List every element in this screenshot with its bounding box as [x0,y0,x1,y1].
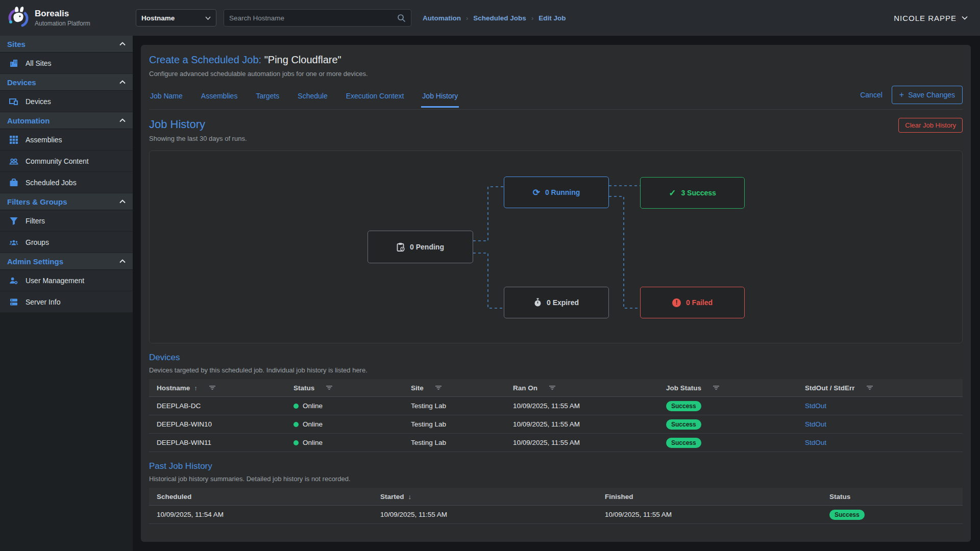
chevron-up-icon [119,199,126,204]
tab-targets[interactable]: Targets [255,88,280,108]
tab-bar: Job Name Assemblies Targets Schedule Exe… [149,86,963,110]
online-dot-icon [293,404,299,409]
filter-menu-icon[interactable] [435,385,442,390]
devices-heading: Devices [149,353,963,363]
node-pending[interactable]: 0 Pending [368,231,473,263]
stopwatch-icon [534,298,542,307]
save-changes-button[interactable]: + Save Changes [892,86,963,104]
col-hostname[interactable]: Hostname ↑ [149,384,286,392]
plus-icon: + [899,90,904,99]
col-finished[interactable]: Finished [597,493,822,500]
breadcrumb-separator: › [531,14,533,22]
filter-menu-icon[interactable] [549,385,556,390]
sidebar-item-devices[interactable]: Devices [0,91,133,112]
chevron-up-icon [119,42,126,46]
filter-menu-icon[interactable] [713,385,720,390]
ran-on-cell: 10/09/2025, 11:55 AM [505,402,658,410]
status-badge: Success [666,419,701,430]
started-cell: 10/09/2025, 11:55 AM [373,511,597,518]
stdout-link[interactable]: StdOut [805,402,826,410]
sidebar-section-automation[interactable]: Automation [0,112,133,129]
sidebar-item-assemblies[interactable]: Assemblies [0,129,133,151]
tab-job-history[interactable]: Job History [421,88,459,108]
past-table-header: Scheduled Started ↓ Finished Status [149,488,963,506]
devices-table: Hostname ↑ Status Site Ran On [149,379,963,452]
col-status[interactable]: Status [822,493,963,500]
node-running[interactable]: ⟳ 0 Running [504,177,609,208]
online-dot-icon [293,440,299,445]
finished-cell: 10/09/2025, 11:55 AM [597,511,822,518]
cancel-button[interactable]: Cancel [860,91,883,99]
groups-icon [9,238,18,247]
col-scheduled[interactable]: Scheduled [149,493,373,500]
status-cell: Online [286,439,403,446]
search-input[interactable] [229,14,397,22]
chevron-down-icon [962,16,968,20]
chevron-up-icon [119,118,126,122]
search-box [224,9,411,27]
col-site[interactable]: Site [403,384,505,392]
tab-assemblies[interactable]: Assemblies [200,88,239,108]
sidebar-item-filters[interactable]: Filters [0,210,133,232]
tab-execution-context[interactable]: Execution Context [345,88,405,108]
sidebar-section-sites[interactable]: Sites [0,36,133,53]
sort-desc-icon: ↓ [408,493,412,500]
stdout-cell: StdOut [797,402,963,410]
page-title: Create a Scheduled Job: "Ping Cloudflare… [149,54,963,66]
node-expired[interactable]: 0 Expired [504,287,609,318]
past-job-history-subheading: Historical job history summaries. Detail… [149,475,963,483]
breadcrumb-scheduled-jobs[interactable]: Scheduled Jobs [473,14,526,22]
breadcrumb: Automation › Scheduled Jobs › Edit Job [423,14,566,22]
clipboard-clock-icon [397,242,405,252]
status-cell: Success [822,510,963,520]
devices-table-header: Hostname ↑ Status Site Ran On [149,379,963,397]
sidebar-section-filters-groups[interactable]: Filters & Groups [0,193,133,210]
job-status-cell: Success [658,419,797,430]
status-badge: Success [666,438,701,448]
sidebar-section-devices[interactable]: Devices [0,74,133,91]
col-started[interactable]: Started ↓ [373,493,597,500]
col-stdout[interactable]: StdOut / StdErr [797,384,963,392]
breadcrumb-automation[interactable]: Automation [423,14,461,22]
sidebar-item-user-management[interactable]: User Management [0,270,133,291]
user-menu[interactable]: NICOLE RAPPE [894,14,968,22]
error-icon: ! [672,298,681,307]
sidebar-item-community-content[interactable]: Community Content [0,151,133,172]
sidebar-item-server-info[interactable]: Server Info [0,291,133,313]
node-failed[interactable]: ! 0 Failed [640,287,745,318]
app-root: Borealis Automation Platform Hostname Au… [0,0,980,551]
search-icon[interactable] [397,14,406,22]
table-row: 10/09/2025, 11:54 AM 10/09/2025, 11:55 A… [149,506,963,524]
edit-job-card: Create a Scheduled Job: "Ping Cloudflare… [141,45,971,542]
stdout-link[interactable]: StdOut [805,420,826,428]
site-cell: Testing Lab [403,402,505,410]
page-subtitle: Configure advanced schedulable automatio… [149,70,963,78]
sidebar-section-admin-settings[interactable]: Admin Settings [0,253,133,270]
job-history-heading: Job History [149,118,247,131]
node-success[interactable]: ✓ 3 Success [640,177,745,209]
ran-on-cell: 10/09/2025, 11:55 AM [505,420,658,428]
sidebar-item-scheduled-jobs[interactable]: Scheduled Jobs [0,172,133,193]
col-status[interactable]: Status [286,384,403,392]
sidebar-item-groups[interactable]: Groups [0,232,133,253]
tab-schedule[interactable]: Schedule [297,88,328,108]
filter-menu-icon[interactable] [866,385,873,390]
hostname-cell: DEEPLAB-WIN11 [149,439,286,446]
sidebar: Sites All Sites Devices Devices Automa [0,36,133,551]
stdout-link[interactable]: StdOut [805,439,826,446]
status-badge: Success [829,510,865,520]
hostname-select[interactable]: Hostname [136,9,216,27]
hostname-select-value: Hostname [141,14,175,22]
scheduled-cell: 10/09/2025, 11:54 AM [149,511,373,518]
hostname-cell: DEEPLAB-DC [149,402,286,410]
clear-job-history-button[interactable]: Clear Job History [898,118,963,133]
breadcrumb-edit-job[interactable]: Edit Job [538,14,566,22]
filter-menu-icon[interactable] [326,385,333,390]
col-job-status[interactable]: Job Status [658,384,797,392]
user-gear-icon [9,276,18,285]
job-status-cell: Success [658,401,797,411]
col-ran-on[interactable]: Ran On [505,384,658,392]
sidebar-item-all-sites[interactable]: All Sites [0,53,133,74]
filter-menu-icon[interactable] [209,385,216,390]
tab-job-name[interactable]: Job Name [149,88,184,108]
